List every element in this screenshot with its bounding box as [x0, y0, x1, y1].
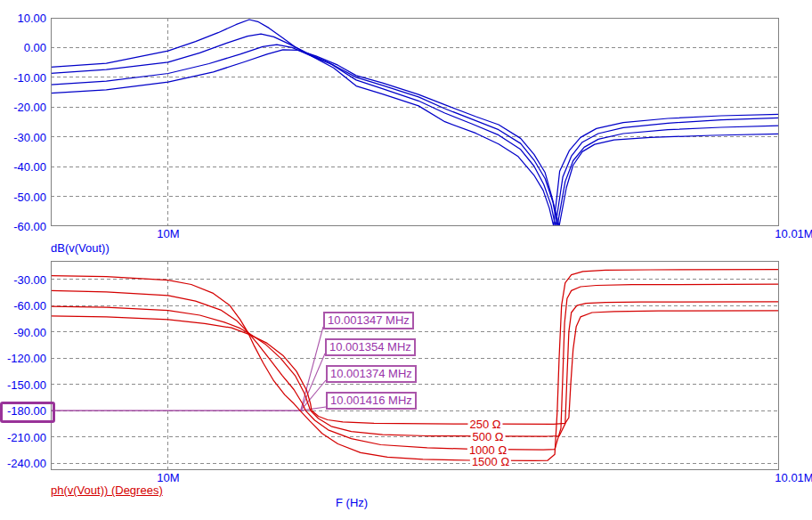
y-tick-label: -240.00 [0, 457, 46, 470]
callout-frequency-4[interactable]: 10.001416 MHz [326, 392, 417, 410]
cursor-y-value-box[interactable] [0, 402, 55, 423]
y-tick-label: -90.00 [0, 325, 46, 338]
y-tick-label: -60.00 [0, 299, 46, 313]
legend-label-500-ohm: 500 Ω [470, 430, 505, 443]
y-tick-label: -20.00 [0, 101, 46, 114]
trace-250Ω [51, 50, 779, 226]
legend-label-250-ohm: 250 Ω [467, 418, 502, 431]
magnitude-trace-caption[interactable]: dB(v(Vout)) [51, 241, 110, 255]
phase-x-tick-10M: 10M [157, 471, 179, 484]
y-tick-label: -40.00 [0, 160, 46, 174]
bode-plot-window: 10.000.00-10.00-20.00-30.00-40.00-50.00-… [0, 0, 812, 520]
phase-trace-caption[interactable]: ph(v(Vout)) (Degrees) [51, 483, 163, 497]
y-tick-label: 10.00 [0, 12, 46, 25]
x-axis-title: F (Hz) [336, 496, 368, 509]
y-tick-label: 0.00 [0, 41, 46, 54]
callout-frequency-1[interactable]: 10.001347 MHz [323, 312, 414, 329]
y-tick-label: -120.00 [0, 352, 46, 365]
magnitude-x-tick-10M: 10M [157, 227, 179, 240]
trace-500Ω [51, 45, 779, 226]
y-tick-label: -60.00 [0, 220, 46, 233]
plot-border [52, 19, 779, 226]
y-tick-label: -10.00 [0, 70, 46, 84]
magnitude-x-tick-10.01M: 10.01M [775, 227, 812, 240]
magnitude-plot-canvas[interactable] [51, 18, 779, 226]
callout-leader-line [301, 353, 325, 410]
y-tick-label: -50.00 [0, 190, 46, 203]
callout-frequency-3[interactable]: 10.001374 MHz [326, 365, 417, 383]
callout-frequency-2[interactable]: 10.001354 MHz [325, 338, 416, 356]
y-tick-label: -150.00 [0, 378, 46, 391]
phase-x-tick-10.01M: 10.01M [775, 471, 812, 484]
y-tick-label: -30.00 [0, 130, 46, 143]
y-tick-label: -30.00 [0, 272, 46, 286]
legend-label-1500-ohm: 1500 Ω [470, 455, 511, 468]
y-tick-label: -210.00 [0, 430, 46, 443]
callout-leader-line [301, 327, 323, 410]
